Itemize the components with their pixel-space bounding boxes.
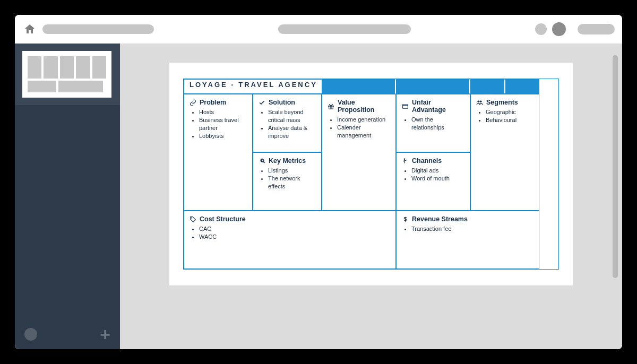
sidebar: + bbox=[15, 44, 120, 349]
lean-canvas-grid: LOYAGE - TRAVEL AGENCY bbox=[183, 79, 559, 270]
content-area: LOYAGE - TRAVEL AGENCY bbox=[120, 44, 622, 349]
list-item: Own the relationships bbox=[411, 116, 464, 132]
box-problem[interactable]: Problem HostsBusiness travel partnerLobb… bbox=[184, 94, 253, 211]
dollar-icon bbox=[402, 216, 409, 223]
check-icon bbox=[259, 99, 265, 106]
list-item: Transaction fee bbox=[411, 225, 533, 233]
device-frame: + LOYAGE - TRAVEL AGENCY bbox=[0, 0, 637, 364]
sidebar-footer: + bbox=[15, 319, 120, 349]
box-value-proposition[interactable]: Value Proposition Income generationCalen… bbox=[322, 94, 396, 211]
app-window: + LOYAGE - TRAVEL AGENCY bbox=[15, 15, 622, 349]
box-unfair-advantage[interactable]: Unfair Advantage Own the relationships bbox=[396, 94, 470, 152]
canvas-tab-1[interactable] bbox=[322, 79, 396, 94]
box-revenue-streams[interactable]: Revenue Streams Transaction fee bbox=[396, 211, 539, 269]
sidebar-thumbnail-slot[interactable] bbox=[15, 44, 120, 105]
canvas-card: LOYAGE - TRAVEL AGENCY bbox=[169, 63, 573, 285]
list-item: Calender management bbox=[337, 124, 390, 140]
box-solution-label: Solution bbox=[269, 99, 295, 106]
box-revenue-streams-list: Transaction fee bbox=[402, 225, 533, 233]
box-solution[interactable]: Solution Scale beyond critical massAnaly… bbox=[253, 94, 322, 152]
box-cost-structure-label: Cost Structure bbox=[200, 215, 246, 223]
canvas-tab-3[interactable] bbox=[471, 80, 505, 93]
list-item: Analyse data & improve bbox=[268, 124, 316, 140]
box-segments-list: GeographicBehavioural bbox=[476, 108, 533, 124]
box-problem-label: Problem bbox=[200, 99, 226, 106]
key-icon bbox=[259, 158, 265, 164]
svg-point-2 bbox=[478, 100, 479, 102]
svg-point-4 bbox=[191, 218, 192, 219]
box-key-metrics-label: Key Metrics bbox=[269, 157, 306, 164]
box-value-proposition-list: Income generationCalender management bbox=[328, 116, 390, 140]
canvas-tab-2[interactable] bbox=[396, 79, 470, 94]
box-cost-structure[interactable]: Cost Structure CACWACC bbox=[184, 211, 396, 269]
list-item: Lobbyists bbox=[199, 132, 247, 140]
topbar-center bbox=[159, 24, 530, 34]
app-body: + LOYAGE - TRAVEL AGENCY bbox=[15, 44, 622, 349]
list-item: WACC bbox=[199, 233, 390, 241]
box-unfair-advantage-label: Unfair Advantage bbox=[412, 99, 464, 114]
list-item: Income generation bbox=[337, 116, 390, 124]
box-solution-list: Scale beyond critical massAnalyse data &… bbox=[259, 108, 316, 140]
box-key-metrics[interactable]: Key Metrics ListingsThe network effects bbox=[253, 152, 322, 211]
topbar-placeholder-center bbox=[278, 24, 411, 34]
topbar-placeholder-left bbox=[42, 24, 154, 34]
svg-point-3 bbox=[480, 100, 481, 102]
box-cost-structure-list: CACWACC bbox=[190, 225, 390, 241]
topbar-status-dot[interactable] bbox=[535, 23, 547, 35]
list-item: CAC bbox=[199, 225, 390, 233]
canvas-tab-4[interactable] bbox=[505, 80, 539, 93]
topbar-right bbox=[535, 22, 615, 36]
list-item: Listings bbox=[268, 167, 316, 175]
svg-rect-0 bbox=[403, 104, 408, 108]
box-segments[interactable]: Segments GeographicBehavioural bbox=[470, 94, 539, 211]
canvas-title-cell: LOYAGE - TRAVEL AGENCY bbox=[184, 79, 322, 94]
person-exit-icon bbox=[402, 158, 409, 164]
canvas-thumbnail bbox=[22, 51, 111, 98]
list-item: Hosts bbox=[199, 108, 247, 116]
box-channels[interactable]: Channels Digital adsWord of mouth bbox=[396, 152, 470, 211]
box-revenue-streams-label: Revenue Streams bbox=[412, 215, 468, 223]
box-value-proposition-label: Value Proposition bbox=[338, 99, 390, 114]
topbar-avatar[interactable] bbox=[552, 22, 566, 36]
box-segments-label: Segments bbox=[486, 99, 518, 106]
sidebar-status-dot[interactable] bbox=[24, 328, 37, 341]
topbar bbox=[15, 15, 622, 44]
tag-icon bbox=[190, 216, 196, 223]
svg-point-1 bbox=[404, 158, 405, 159]
box-key-metrics-list: ListingsThe network effects bbox=[259, 167, 316, 190]
list-item: Business travel partner bbox=[199, 116, 247, 132]
scrollbar[interactable] bbox=[613, 55, 618, 278]
people-icon bbox=[476, 99, 483, 106]
box-unfair-advantage-list: Own the relationships bbox=[402, 116, 464, 132]
list-item: Scale beyond critical mass bbox=[268, 108, 316, 124]
link-icon bbox=[190, 99, 196, 106]
window-icon bbox=[402, 103, 409, 110]
list-item: Geographic bbox=[486, 108, 533, 116]
box-channels-list: Digital adsWord of mouth bbox=[402, 167, 464, 183]
list-item: Digital ads bbox=[411, 167, 464, 175]
list-item: Behavioural bbox=[486, 116, 533, 124]
box-problem-list: HostsBusiness travel partnerLobbyists bbox=[190, 108, 247, 140]
box-channels-label: Channels bbox=[412, 157, 442, 164]
add-canvas-button[interactable]: + bbox=[100, 325, 110, 343]
gift-icon bbox=[328, 103, 334, 110]
canvas-title: LOYAGE - TRAVEL AGENCY bbox=[190, 81, 317, 89]
list-item: The network effects bbox=[268, 175, 316, 190]
list-item: Word of mouth bbox=[411, 175, 464, 183]
canvas-tab-group-3 bbox=[470, 79, 539, 94]
home-icon[interactable] bbox=[22, 23, 37, 36]
topbar-placeholder-right[interactable] bbox=[578, 24, 615, 34]
